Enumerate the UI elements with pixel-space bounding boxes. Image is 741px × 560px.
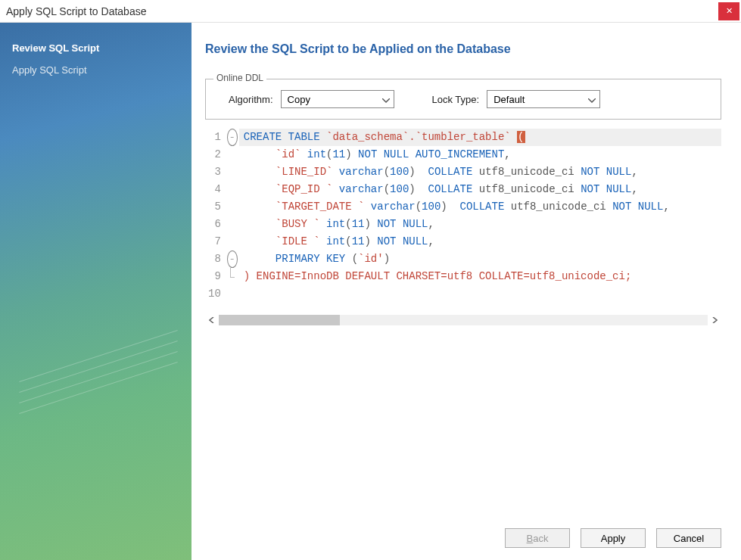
code-line[interactable]: `TARGET_DATE ` varchar(100) COLLATE utf8… [239,198,721,216]
scroll-thumb[interactable] [219,315,340,325]
line-number: 6 [208,216,221,233]
fold-toggle-icon[interactable]: − [227,250,238,268]
line-number: 2 [208,146,221,163]
scroll-left-button[interactable] [205,313,219,327]
locktype-label: Lock Type: [432,94,480,105]
sql-editor[interactable]: 12345678910 −− CREATE TABLE `data_schema… [205,126,721,306]
code-line[interactable] [239,285,721,303]
code-line[interactable]: `IDLE ` int(11) NOT NULL, [239,233,721,250]
line-number-gutter: 12345678910 [205,126,227,306]
page-heading: Review the SQL Script to be Applied on t… [205,42,721,56]
online-ddl-group: Online DDL Algorithm: Copy Lock Type: De… [205,79,721,120]
window-title: Apply SQL Script to Database [6,5,718,17]
scroll-right-button[interactable] [708,313,721,327]
wizard-sidebar: Review SQL Script Apply SQL Script [0,23,191,560]
line-number: 1 [208,129,221,146]
title-bar: Apply SQL Script to Database ✕ [0,0,741,23]
line-number: 3 [208,163,221,181]
fold-gutter: −− [227,126,239,306]
code-line[interactable]: ) ENGINE=InnoDB DEFAULT CHARSET=utf8 COL… [239,268,721,285]
close-button[interactable]: ✕ [718,2,739,20]
sidebar-step-review[interactable]: Review SQL Script [12,42,179,54]
algorithm-select[interactable]: Copy [281,90,394,108]
code-line[interactable]: `LINE_ID` varchar(100) COLLATE utf8_unic… [239,163,721,181]
online-ddl-legend: Online DDL [213,73,266,83]
line-number: 5 [208,198,221,216]
scroll-track[interactable] [219,315,708,325]
fold-branch-icon [227,268,238,285]
sidebar-decoration [15,348,136,469]
main-panel: Review the SQL Script to be Applied on t… [191,23,741,560]
line-number: 7 [208,233,221,250]
fold-toggle-icon[interactable]: − [227,129,238,146]
locktype-select[interactable]: Default [487,90,600,108]
sidebar-step-apply[interactable]: Apply SQL Script [12,64,179,76]
code-area[interactable]: CREATE TABLE `data_schema`.`tumbler_tabl… [239,126,721,306]
back-button: Back [505,528,570,548]
code-line[interactable]: `BUSY ` int(11) NOT NULL, [239,216,721,233]
code-line[interactable]: CREATE TABLE `data_schema`.`tumbler_tabl… [239,129,721,146]
dialog-footer: Back Apply Cancel [205,518,721,548]
horizontal-scrollbar[interactable] [205,313,721,327]
code-line[interactable]: PRIMARY KEY (`id') [239,250,721,268]
locktype-value: Default [487,90,600,108]
line-number: 4 [208,181,221,198]
code-line[interactable]: `id` int(11) NOT NULL AUTO_INCREMENT, [239,146,721,163]
line-number: 8 [208,250,221,268]
line-number: 9 [208,268,221,285]
line-number: 10 [208,285,221,303]
code-line[interactable]: `EQP_ID ` varchar(100) COLLATE utf8_unic… [239,181,721,198]
algorithm-label: Algorithm: [229,94,273,105]
cancel-button[interactable]: Cancel [656,528,721,548]
apply-button[interactable]: Apply [581,528,646,548]
close-icon: ✕ [726,6,733,16]
algorithm-value: Copy [281,90,394,108]
